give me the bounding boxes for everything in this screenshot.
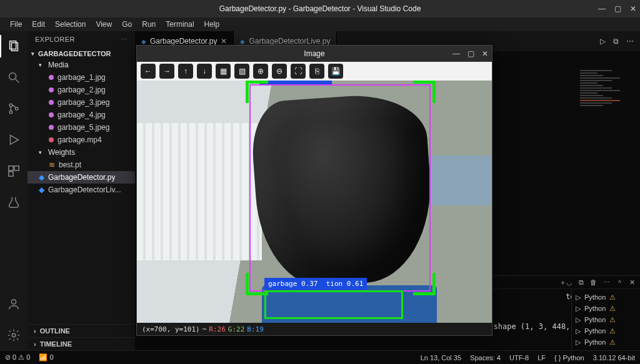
activity-account-icon[interactable] — [0, 293, 28, 315]
zoom-out-icon[interactable]: ⊖ — [272, 64, 287, 79]
menu-edit[interactable]: Edit — [27, 19, 50, 30]
activity-settings-icon[interactable] — [0, 324, 28, 347]
terminal-instance[interactable]: ▷Python⚠ — [576, 325, 636, 337]
cv-maximize-icon[interactable]: ▢ — [468, 49, 474, 58]
folder-weights[interactable]: Weights — [28, 146, 135, 159]
detection-bbox-small — [264, 290, 403, 319]
file-garbagedetector[interactable]: ◆GarbageDetector.py — [28, 171, 135, 184]
cv-close-icon[interactable]: ✕ — [482, 49, 488, 58]
file-item[interactable]: garbage_3.jpeg — [28, 96, 135, 109]
copy-icon[interactable]: ⎘ — [309, 64, 324, 79]
corner-icon — [413, 81, 436, 103]
project-folder[interactable]: GARBAGEDETECTOR — [28, 49, 135, 59]
status-lncol[interactable]: Ln 13, Col 35 — [421, 354, 461, 362]
terminal-new-icon[interactable]: ＋◡ — [559, 278, 572, 287]
activity-testing-icon[interactable] — [0, 191, 28, 214]
status-eol[interactable]: LF — [538, 354, 546, 362]
menu-run[interactable]: Run — [137, 19, 161, 30]
svg-point-2 — [9, 73, 16, 80]
status-bar: ⊘ 0 ⚠ 0 📶 0 Ln 13, Col 35 Spaces: 4 UTF-… — [0, 350, 640, 364]
opencv-image: garbage 0.37 tion 0.61 — [137, 81, 492, 323]
zoom-in-icon[interactable]: ⊕ — [253, 64, 268, 79]
file-item[interactable]: garbage_4.jpg — [28, 109, 135, 121]
explorer-title: EXPLORER — [35, 36, 75, 43]
folder-media[interactable]: Media — [28, 59, 135, 71]
nav-down-icon[interactable]: ↓ — [197, 64, 212, 79]
terminal-side-list: ▷Python⚠ ▷Python⚠ ▷Python⚠ ▷Python⚠ ▷Pyt… — [571, 289, 640, 350]
minimap[interactable] — [578, 65, 640, 275]
file-item[interactable]: garbage_1.jpg — [28, 71, 135, 84]
file-item[interactable]: garbage_5.jpeg — [28, 121, 135, 134]
terminal-instance[interactable]: ▷Python⚠ — [576, 337, 636, 348]
opencv-status: (x=700, y=101) ~ R:26 G:22 B:19 — [137, 323, 492, 335]
corner-icon — [246, 81, 268, 103]
title-bar: GarbageDetector.py - GarbageDetector - V… — [0, 0, 640, 17]
window-close-icon[interactable]: ✕ — [630, 4, 636, 13]
terminal-max-icon[interactable]: ＾ — [616, 278, 623, 287]
terminal-instance[interactable]: ▷Python⚠ — [576, 303, 636, 314]
svg-rect-8 — [9, 166, 13, 170]
activity-explorer-icon[interactable] — [0, 35, 28, 57]
timeline-section[interactable]: TIMELINE — [28, 337, 135, 350]
activity-extensions-icon[interactable] — [0, 160, 28, 182]
image-icon[interactable]: ▦ — [216, 64, 231, 79]
svg-marker-7 — [11, 135, 19, 145]
status-encoding[interactable]: UTF-8 — [509, 354, 529, 362]
svg-rect-0 — [10, 41, 16, 49]
window-title: GarbageDetector.py - GarbageDetector - V… — [219, 4, 421, 13]
opencv-window[interactable]: Image — ▢ ✕ ← → ↑ ↓ ▦ ▧ ⊕ ⊖ ⛶ ⎘ 💾 garbag… — [136, 45, 492, 336]
nav-up-icon[interactable]: ↑ — [178, 64, 193, 79]
split-editor-icon[interactable]: ⧉ — [613, 37, 619, 46]
terminal-instance[interactable]: ▷Python⚠ — [576, 292, 636, 303]
menu-file[interactable]: File — [5, 19, 27, 30]
detection-bbox-large — [249, 84, 431, 292]
opencv-title: Image — [304, 49, 324, 58]
menu-terminal[interactable]: Terminal — [161, 19, 199, 30]
terminal-instance[interactable]: ▷Python⚠ — [576, 314, 636, 325]
window-minimize-icon[interactable]: — — [598, 4, 606, 13]
save-icon[interactable]: 💾 — [328, 64, 343, 79]
explorer-sidebar: EXPLORER ⋯ GARBAGEDETECTOR Media garbage… — [28, 31, 135, 350]
activity-search-icon[interactable] — [0, 66, 28, 89]
detection-label: garbage 0.37 tion 0.61 — [264, 278, 367, 290]
status-spaces[interactable]: Spaces: 4 — [470, 354, 501, 362]
terminal-split-icon[interactable]: ⧉ — [579, 278, 584, 287]
python-icon: ◆ — [141, 38, 146, 45]
nav-forward-icon[interactable]: → — [159, 64, 174, 79]
svg-rect-10 — [9, 172, 13, 176]
status-errors[interactable]: ⊘ 0 ⚠ 0 — [5, 353, 30, 362]
close-tab-icon[interactable]: ✕ — [221, 37, 227, 46]
terminal-more-icon[interactable]: ⋯ — [603, 278, 610, 287]
status-interpreter[interactable]: 3.10.12 64-bit — [593, 354, 635, 362]
svg-point-4 — [9, 104, 12, 107]
file-item[interactable]: ≋best.pt — [28, 159, 135, 171]
file-garbagedetector-live[interactable]: ◆GarbageDetectorLiv... — [28, 184, 135, 196]
menu-help[interactable]: Help — [199, 19, 225, 30]
menu-selection[interactable]: Selection — [50, 19, 91, 30]
file-item[interactable]: garbage_2.jpg — [28, 84, 135, 96]
image-alt-icon[interactable]: ▧ — [234, 64, 249, 79]
file-item[interactable]: garbage.mp4 — [28, 134, 135, 146]
terminal-close-icon[interactable]: ✕ — [629, 278, 635, 287]
menu-view[interactable]: View — [91, 19, 117, 30]
activity-run-icon[interactable] — [0, 129, 28, 151]
window-maximize-icon[interactable]: ▢ — [614, 4, 621, 13]
menu-go[interactable]: Go — [117, 19, 137, 30]
svg-point-6 — [15, 107, 18, 111]
run-button-icon[interactable]: ▷ — [600, 37, 606, 46]
activity-bar — [0, 31, 28, 350]
corner-icon — [413, 273, 436, 295]
outline-section[interactable]: OUTLINE — [28, 324, 135, 337]
fit-icon[interactable]: ⛶ — [291, 64, 306, 79]
status-language[interactable]: { } Python — [554, 354, 584, 362]
svg-rect-9 — [14, 166, 19, 170]
svg-point-11 — [11, 300, 16, 304]
terminal-kill-icon[interactable]: 🗑 — [590, 278, 597, 286]
activity-scm-icon[interactable] — [0, 97, 28, 120]
explorer-more-icon[interactable]: ⋯ — [121, 36, 128, 44]
tab-more-icon[interactable]: ⋯ — [626, 37, 634, 46]
nav-back-icon[interactable]: ← — [141, 64, 156, 79]
opencv-toolbar: ← → ↑ ↓ ▦ ▧ ⊕ ⊖ ⛶ ⎘ 💾 — [137, 62, 492, 81]
cv-minimize-icon[interactable]: — — [452, 49, 460, 58]
status-ports[interactable]: 📶 0 — [39, 353, 53, 362]
